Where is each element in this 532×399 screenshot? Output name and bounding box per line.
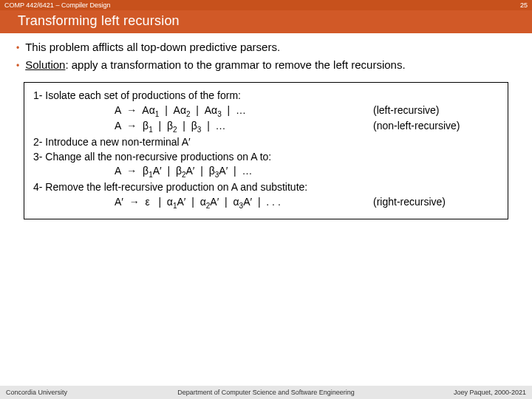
bullet-1: • This problem afflicts all top-down pre… (15, 41, 517, 55)
algo-step-1: 1- Isolate each set of productions of th… (33, 89, 499, 103)
algo-line-6: A → β1A′ | β2A′ | β3A′ | … (33, 164, 499, 180)
bullet-dot-icon: • (16, 41, 19, 55)
bullet-dot-icon: • (16, 58, 19, 73)
bullet-2-rest: : apply a transformation to the grammar … (65, 58, 405, 71)
note-non-left-recursive: (non-left-recursive) (373, 119, 460, 134)
solution-label: Solution (25, 58, 65, 71)
header-bar: COMP 442/6421 – Compiler Design 25 (0, 0, 532, 10)
note-right-recursive: (right-recursive) (373, 195, 446, 210)
algo-step-3: 3- Change all the non-recursive producti… (33, 150, 499, 165)
algo-step-4: 4- Remove the left-recursive production … (33, 180, 499, 195)
content-area: • This problem afflicts all top-down pre… (0, 33, 532, 219)
footer-right: Joey Paquet, 2000-2021 (454, 389, 526, 396)
bullet-2-text: Solution: apply a transformation to the … (25, 58, 405, 71)
note-left-recursive: (left-recursive) (373, 103, 439, 118)
algo-line-8: A′ → ε | α1A′ | α2A′ | α3A′ | . . . (rig… (33, 195, 499, 211)
footer-left: Concordia University (6, 389, 67, 396)
footer-center: Department of Computer Science and Softw… (177, 389, 355, 396)
slide-title: Transforming left recursion (0, 10, 532, 33)
algo-line-3: A → β1 | β2 | β3 | … (non-left-recursive… (33, 119, 499, 135)
bullet-2: • Solution: apply a transformation to th… (15, 58, 517, 73)
algo-step-2: 2- Introduce a new non-terminal A′ (33, 135, 499, 150)
algo-line-2: A → Aα1 | Aα2 | Aα3 | … (left-recursive) (33, 103, 499, 120)
algorithm-box: 1- Isolate each set of productions of th… (24, 82, 508, 219)
bullet-1-text: This problem afflicts all top-down predi… (25, 41, 280, 53)
course-code: COMP 442/6421 – Compiler Design (4, 1, 110, 9)
footer-bar: Concordia University Department of Compu… (0, 386, 532, 399)
page-number: 25 (520, 1, 528, 9)
